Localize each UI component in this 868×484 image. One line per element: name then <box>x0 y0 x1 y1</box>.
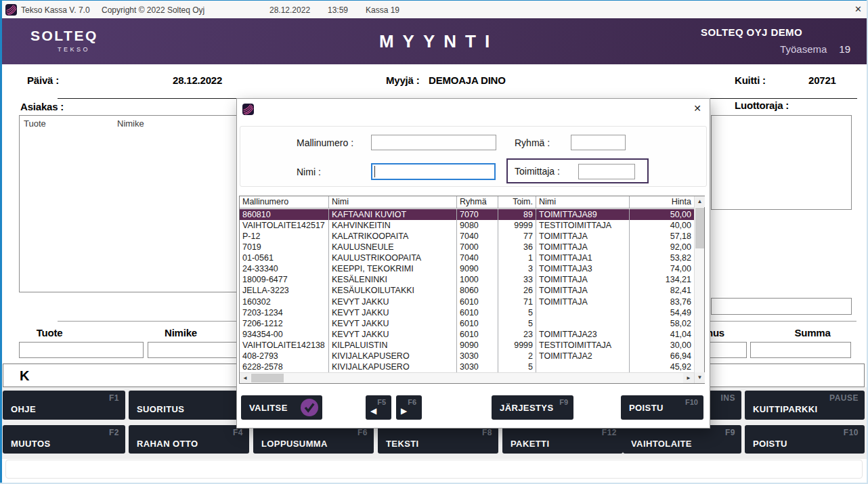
workstation-label: Työasema <box>780 43 827 55</box>
horizontal-scrollbar[interactable]: ◄ ► <box>240 372 694 383</box>
date-value: 28.12.2022 <box>173 74 222 86</box>
table-cell: 3 <box>498 263 536 274</box>
table-row[interactable]: VAIHTOLAITE142517KAHVINKEITIN90809999TES… <box>240 220 694 231</box>
date-label: Päivä : <box>27 74 59 86</box>
fn-button-muutos[interactable]: MUUTOSF2 <box>3 425 125 454</box>
column-header-2[interactable]: Ryhmä <box>457 196 498 208</box>
fn-button-suoritus[interactable]: SUORITUS <box>129 391 249 420</box>
table-row[interactable]: P-12KALATRIKOOPAITA704077TOIMITTAJA57,18 <box>240 231 694 242</box>
titlebar-register: Kassa 19 <box>366 5 399 15</box>
table-cell: 860810 <box>240 209 329 220</box>
app-title: Tekso Kassa V. 7.0 <box>21 5 90 15</box>
table-row[interactable]: 7203-1234KEVYT JAKKU6010554,49 <box>240 307 694 318</box>
table-row[interactable]: JELLA-3223KESÄULKOILUTAKKI806026TOIMITTA… <box>240 285 694 296</box>
table-cell: 9090 <box>457 263 498 274</box>
toimittaja-label: Toimittaja : <box>515 166 560 177</box>
workstation-value: 19 <box>839 43 850 55</box>
fn-button-ohje[interactable]: OHJEF1 <box>3 391 125 420</box>
table-cell: 66,94 <box>630 351 694 361</box>
table-cell: TOIMITTAJA23 <box>536 329 630 340</box>
text-caret <box>374 166 375 177</box>
prev-page-button[interactable]: F5 ◀ <box>366 395 391 420</box>
table-cell: TOIMITTAJA3 <box>536 263 630 274</box>
table-cell: 82,41 <box>630 285 694 296</box>
table-row[interactable]: 7019KAULUSNEULE700036TOIMITTAJA92,00 <box>240 242 694 252</box>
window-close-icon[interactable]: ✕ <box>854 4 862 14</box>
table-cell: 41,04 <box>630 329 694 340</box>
fn-button-rahan-otto[interactable]: RAHAN OTTOF4 <box>129 425 249 454</box>
toimittaja-input[interactable] <box>578 164 635 179</box>
dialog-close-icon[interactable]: ✕ <box>693 103 701 114</box>
next-page-key: F6 <box>408 398 416 406</box>
table-cell: 24-33340 <box>240 263 329 274</box>
table-cell: 7070 <box>457 209 498 220</box>
table-cell: KIVIJALKAPUSERO <box>329 351 457 361</box>
table-row[interactable]: 24-33340KEEPPI, TEKOKRIMI90903TOIMITTAJA… <box>240 263 694 274</box>
valitse-button[interactable]: VALITSE <box>241 395 322 420</box>
table-row[interactable]: 18009-6477KESÄLENINKI100033TOIMITTAJA134… <box>240 274 694 285</box>
column-header-1[interactable]: Nimi <box>329 196 457 208</box>
vscroll-thumb[interactable] <box>695 208 704 248</box>
dialog-poistu-button[interactable]: POISTU F10 <box>621 395 703 420</box>
fn-button-poistu[interactable]: POISTUF10 <box>745 425 865 454</box>
column-header-0[interactable]: Mallinumero <box>240 196 329 208</box>
column-header-5[interactable]: Hinta <box>630 196 694 208</box>
fn-button-label: POISTU <box>753 439 787 449</box>
seller-label: Myyjä : <box>386 74 419 86</box>
table-cell: 934354-00 <box>240 329 329 340</box>
mallinumero-input[interactable] <box>371 135 496 150</box>
sale-col-tuote: Tuote <box>37 327 63 338</box>
window-border-left <box>0 0 2 484</box>
scroll-up-icon[interactable]: ▲ <box>695 196 705 207</box>
table-cell: KALATRIKOOPAITA <box>329 231 457 242</box>
brand-header: SOLTEQ TEKSO MYYNTI SOLTEQ OYJ DEMO Työa… <box>2 18 867 64</box>
ryhma-input[interactable] <box>571 135 626 150</box>
table-row[interactable]: 7206-1212KEVYT JAKKU6010558,02 <box>240 318 694 329</box>
credit-value-field[interactable] <box>711 298 852 315</box>
table-cell: KEVYT JAKKU <box>329 318 457 329</box>
table-cell: 23 <box>498 329 536 340</box>
hscroll-thumb[interactable] <box>251 374 284 382</box>
table-cell: 89 <box>498 209 536 220</box>
vertical-scrollbar[interactable]: ▲ ▼ <box>694 196 704 383</box>
entry-bar-text: K <box>20 368 29 384</box>
fn-button-paketti[interactable]: PAKETTIF12 <box>502 425 623 454</box>
dialog-solteq-icon <box>242 104 254 115</box>
fn-button-vaihtolaite[interactable]: VAIHTOLAITEF9 <box>623 425 741 454</box>
next-page-button[interactable]: F6 ▶ <box>396 395 422 420</box>
list-col-tuote: Tuote <box>24 118 46 129</box>
table-row[interactable]: VAIHTOLAITE142138KILPALUISTIN90909999TES… <box>240 340 694 351</box>
titlebar-date: 28.12.2022 <box>269 5 310 15</box>
fn-button-kuittiparkki[interactable]: KUITTIPARKKIPAUSE <box>745 391 865 420</box>
jarjestys-button[interactable]: JÄRJESTYS F9 <box>492 395 573 420</box>
column-header-3[interactable]: Toim. <box>498 196 536 208</box>
table-cell: 58,02 <box>630 318 694 329</box>
table-row[interactable]: 160302KEVYT JAKKU601071TOIMITTAJA83,76 <box>240 296 694 307</box>
table-cell: 7000 <box>457 242 498 252</box>
fn-button-key: F12 <box>602 428 617 437</box>
table-row[interactable]: 860810KAFTAANI KUVIOT707089TOIMITTAJA895… <box>240 209 694 220</box>
table-row[interactable]: 6228-2578KIVIJALKAPUSERO3030545,92 <box>240 361 694 372</box>
copyright-text: Copyright © 2022 Solteq Oyj <box>102 5 204 15</box>
summa-field[interactable] <box>750 342 851 358</box>
column-header-4[interactable]: Nimi <box>536 196 630 208</box>
table-cell: KAULUSTRIKOOPAITA <box>329 252 457 263</box>
table-cell: 5 <box>498 307 536 318</box>
fn-button-teksti[interactable]: TEKSTIF8 <box>378 425 498 454</box>
app-window: Tekso Kassa V. 7.0 Copyright © 2022 Solt… <box>0 0 868 484</box>
scroll-down-icon[interactable]: ▼ <box>695 372 705 383</box>
receipt-value: 20721 <box>808 74 836 86</box>
fn-button-key: F8 <box>482 428 492 437</box>
fn-button-label: OHJE <box>11 404 36 414</box>
table-row[interactable]: 01-0561KAULUSTRIKOOPAITA70401TOIMITTAJA1… <box>240 252 694 263</box>
nimi-input[interactable] <box>371 163 496 180</box>
table-row[interactable]: 934354-00KEVYT JAKKU601023TOIMITTAJA2341… <box>240 329 694 340</box>
tuote-field[interactable] <box>19 342 144 358</box>
scroll-right-icon[interactable]: ► <box>683 373 694 383</box>
fn-button-loppusumma[interactable]: LOPPUSUMMAF6 <box>253 425 374 454</box>
fn-button-label: TEKSTI <box>386 439 419 449</box>
table-cell: 5 <box>498 361 536 372</box>
table-cell: 71 <box>498 296 536 307</box>
table-row[interactable]: 408-2793KIVIJALKAPUSERO30302TOIMITTAJA26… <box>240 351 694 361</box>
scroll-left-icon[interactable]: ◄ <box>240 373 251 383</box>
